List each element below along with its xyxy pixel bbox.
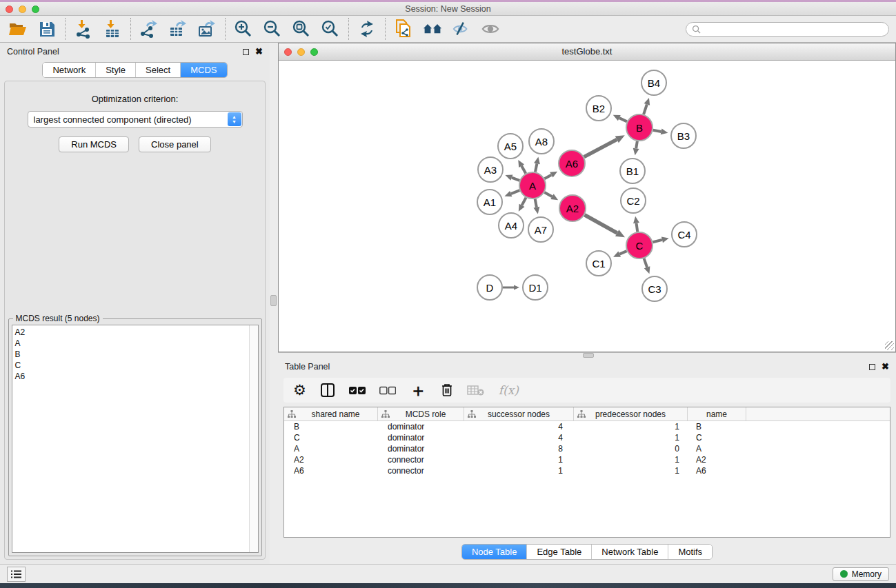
run-mcds-button[interactable]: Run MCDS: [59, 136, 129, 152]
settings-gear-icon[interactable]: ⚙: [293, 381, 306, 399]
node-C[interactable]: C: [626, 232, 653, 259]
edge-A2-C[interactable]: [584, 215, 617, 233]
node-B4[interactable]: B4: [641, 70, 667, 96]
node-B1[interactable]: B1: [619, 158, 646, 184]
network-window-titlebar[interactable]: testGlobe.txt: [279, 43, 895, 61]
edge-A-A3[interactable]: [512, 178, 519, 181]
network-close-button[interactable]: [284, 48, 292, 56]
mcds-result-list[interactable]: A2 A B C A6: [12, 325, 259, 553]
node-table[interactable]: shared name MCDS role successor nodes: [283, 407, 890, 538]
delete-table-icon[interactable]: [467, 381, 485, 399]
edge-B-B2[interactable]: [619, 118, 627, 121]
delete-column-icon[interactable]: [441, 381, 453, 399]
column-header-predecessor-nodes[interactable]: predecessor nodes: [574, 407, 688, 420]
node-A1[interactable]: A1: [477, 189, 503, 215]
close-window-button[interactable]: [6, 6, 13, 13]
zoom-in-icon[interactable]: [234, 19, 253, 39]
edge-A-A5[interactable]: [521, 166, 526, 174]
search-box[interactable]: [686, 22, 889, 37]
zoom-out-icon[interactable]: [263, 19, 282, 39]
node-C2[interactable]: C2: [620, 187, 646, 214]
float-panel-icon[interactable]: [243, 49, 249, 55]
edge-C-C2[interactable]: [637, 223, 638, 232]
table-row[interactable]: Bdominator41B: [284, 421, 890, 432]
export-table-icon[interactable]: [168, 19, 188, 39]
save-session-icon[interactable]: [37, 19, 57, 39]
network-zoom-button[interactable]: [310, 48, 318, 56]
table-row[interactable]: Adominator80A: [284, 443, 890, 454]
node-C1[interactable]: C1: [586, 250, 612, 276]
select-all-icon[interactable]: [349, 381, 366, 399]
unselect-all-icon[interactable]: [379, 381, 396, 399]
edge-B-B1[interactable]: [636, 141, 637, 149]
edge-C-C4[interactable]: [653, 240, 662, 242]
zoom-fit-icon[interactable]: [292, 19, 311, 39]
column-header-name[interactable]: name: [688, 407, 746, 420]
tab-select[interactable]: Select: [135, 63, 180, 77]
zoom-selected-icon[interactable]: [321, 19, 340, 39]
tab-style[interactable]: Style: [95, 63, 135, 77]
node-A6[interactable]: A6: [558, 150, 586, 177]
network-from-file-icon[interactable]: [394, 19, 413, 39]
edge-A-A2[interactable]: [544, 192, 552, 196]
export-image-icon[interactable]: [197, 19, 217, 39]
table-row[interactable]: Cdominator41C: [284, 432, 890, 443]
tab-mcds[interactable]: MCDS: [180, 63, 226, 77]
vertical-splitter[interactable]: [270, 43, 278, 564]
show-graphics-icon[interactable]: [481, 19, 500, 39]
home-icon[interactable]: [423, 19, 442, 39]
node-A3[interactable]: A3: [477, 156, 504, 183]
node-A8[interactable]: A8: [528, 128, 555, 154]
result-scrollbar[interactable]: [249, 325, 258, 552]
node-A[interactable]: A: [519, 172, 546, 199]
node-A5[interactable]: A5: [497, 133, 524, 159]
refresh-icon[interactable]: [357, 19, 377, 39]
column-browser-icon[interactable]: [320, 381, 335, 399]
splitter-handle[interactable]: [583, 353, 594, 358]
edge-C-C3[interactable]: [644, 258, 648, 267]
edge-A-A7[interactable]: [535, 199, 537, 207]
node-B[interactable]: B: [626, 114, 653, 141]
edge-A6-B[interactable]: [584, 139, 617, 156]
zoom-window-button[interactable]: [32, 6, 39, 13]
tab-network-table[interactable]: Network Table: [591, 545, 668, 559]
node-A2[interactable]: A2: [559, 194, 586, 222]
node-A4[interactable]: A4: [498, 212, 524, 239]
edge-C-C1[interactable]: [619, 251, 627, 254]
table-row[interactable]: A2connector11A2: [284, 454, 890, 465]
column-header-successor-nodes[interactable]: successor nodes: [464, 407, 574, 420]
edge-A-A6[interactable]: [544, 175, 551, 179]
close-panel-button[interactable]: Close panel: [139, 136, 211, 152]
export-network-icon[interactable]: [139, 19, 159, 39]
column-header-mcds-role[interactable]: MCDS role: [378, 407, 464, 420]
tab-node-table[interactable]: Node Table: [462, 545, 527, 559]
node-D[interactable]: D: [477, 274, 503, 301]
edge-A-A1[interactable]: [511, 190, 520, 194]
import-network-icon[interactable]: [74, 19, 93, 39]
node-B3[interactable]: B3: [670, 123, 697, 149]
task-history-button[interactable]: [7, 567, 26, 582]
tab-edge-table[interactable]: Edge Table: [526, 545, 591, 559]
node-D1[interactable]: D1: [522, 274, 548, 301]
edge-A-A4[interactable]: [522, 198, 526, 205]
window-resize-grip[interactable]: [885, 341, 894, 350]
memory-button[interactable]: Memory: [833, 567, 889, 581]
table-row[interactable]: A6connector11A6: [284, 465, 890, 476]
network-canvas[interactable]: B4B2BB3A8A5A6A3B1AA1C2A2A4A7C4CC1DC3D1: [279, 61, 895, 352]
optimization-criterion-select[interactable]: largest connected component (directed) ▲…: [28, 111, 243, 128]
horizontal-splitter[interactable]: [278, 352, 896, 358]
node-C4[interactable]: C4: [671, 221, 697, 247]
column-header-shared-name[interactable]: shared name: [284, 407, 378, 420]
close-panel-icon[interactable]: ✖: [882, 363, 889, 370]
import-table-icon[interactable]: [103, 19, 122, 39]
function-builder-icon[interactable]: f(x): [499, 381, 519, 399]
edge-B-B3[interactable]: [653, 130, 661, 132]
node-B2[interactable]: B2: [586, 95, 612, 121]
network-minimize-button[interactable]: [297, 48, 305, 56]
open-file-icon[interactable]: [8, 19, 28, 39]
tab-motifs[interactable]: Motifs: [668, 545, 712, 559]
search-input[interactable]: [704, 24, 883, 34]
close-panel-icon[interactable]: ✖: [255, 48, 263, 55]
hide-annotations-icon[interactable]: [452, 19, 471, 39]
node-C3[interactable]: C3: [641, 276, 668, 302]
